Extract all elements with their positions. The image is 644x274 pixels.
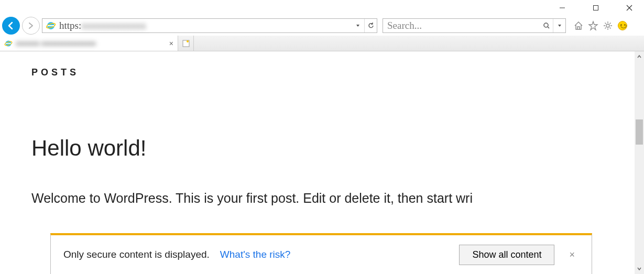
maximize-button[interactable]: [585, 0, 606, 16]
svg-rect-6: [48, 25, 54, 26]
smiley-icon[interactable]: [616, 19, 629, 32]
ie-logo-icon: [4, 39, 13, 48]
forward-button[interactable]: [22, 17, 40, 35]
browser-tab[interactable]: xxxxxxx xxxxxxxxxxxxxxxx ×: [0, 36, 178, 51]
show-all-content-button[interactable]: Show all content: [459, 245, 554, 265]
svg-point-14: [187, 40, 189, 42]
address-text: https:xxxxxxxxxxxxx: [59, 20, 352, 31]
security-notice-bar: Only secure content is displayed. What's…: [50, 233, 592, 274]
notice-link[interactable]: What's the risk?: [220, 249, 291, 260]
minimize-button[interactable]: [552, 0, 573, 16]
svg-point-7: [544, 23, 548, 27]
toolbar-icon-group: [572, 19, 629, 32]
window-titlebar: [0, 0, 644, 16]
back-button[interactable]: [2, 17, 20, 35]
ie-logo-icon: [42, 20, 59, 31]
tab-title: xxxxxxx xxxxxxxxxxxxxxxx: [16, 39, 166, 47]
address-dropdown-icon[interactable]: [352, 19, 364, 32]
scroll-down-icon[interactable]: [635, 264, 644, 274]
svg-line-8: [548, 27, 549, 28]
scroll-thumb[interactable]: [636, 119, 643, 145]
vertical-scrollbar[interactable]: [635, 51, 644, 274]
notice-message: Only secure content is displayed.: [63, 249, 210, 260]
browser-toolbar: https:xxxxxxxxxxxxx: [0, 16, 644, 36]
address-bar[interactable]: https:xxxxxxxxxxxxx: [42, 18, 377, 33]
svg-rect-12: [6, 43, 11, 44]
svg-point-9: [606, 24, 609, 27]
search-bar[interactable]: [383, 18, 566, 33]
section-label: POSTS: [31, 67, 613, 78]
tab-close-icon[interactable]: ×: [169, 39, 173, 48]
scroll-up-icon[interactable]: [635, 51, 644, 62]
close-button[interactable]: [619, 0, 640, 16]
search-input[interactable]: [383, 20, 540, 31]
notice-close-icon[interactable]: ×: [565, 249, 579, 260]
svg-rect-1: [594, 6, 598, 10]
gear-icon[interactable]: [602, 19, 614, 32]
page-heading: Hello world!: [31, 136, 613, 161]
search-dropdown-icon[interactable]: [553, 19, 565, 32]
new-tab-button[interactable]: [178, 36, 194, 51]
home-icon[interactable]: [572, 19, 585, 32]
refresh-button[interactable]: [364, 19, 377, 32]
star-icon[interactable]: [587, 19, 599, 32]
search-icon[interactable]: [540, 19, 553, 32]
tab-strip: xxxxxxx xxxxxxxxxxxxxxxx ×: [0, 36, 644, 51]
page-body-text: Welcome to WordPress. This is your first…: [31, 187, 613, 210]
